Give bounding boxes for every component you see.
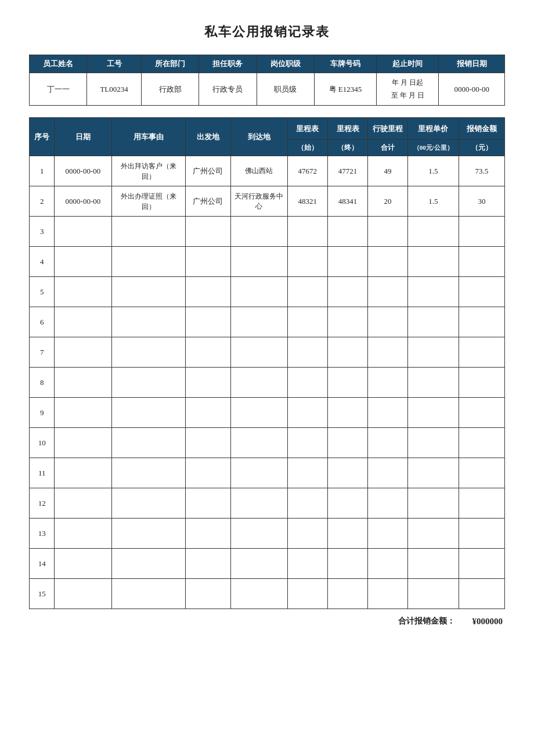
row-to: [230, 458, 287, 488]
table-row: 3: [30, 217, 505, 247]
row-odo-start: [287, 307, 327, 337]
row-distance: [368, 368, 408, 398]
row-odo-end: [327, 307, 367, 337]
row-unit-price: [407, 247, 459, 277]
info-department: 行政部: [141, 73, 199, 106]
row-distance: [368, 337, 408, 368]
rec-col-to: 到达地: [230, 118, 287, 156]
row-date: [55, 579, 111, 609]
row-odo-end: [327, 488, 367, 519]
rec-col-odo-end-top: 里程表: [327, 118, 367, 140]
row-distance: [368, 217, 408, 247]
page-title: 私车公用报销记录表: [29, 23, 505, 41]
row-distance: [368, 458, 408, 488]
info-job-title: 行政专员: [199, 73, 257, 106]
total-label: 合计报销金额：: [398, 616, 455, 627]
row-unit-price: [407, 458, 459, 488]
row-no: 5: [30, 277, 55, 307]
row-no: 2: [30, 186, 55, 217]
row-reason: [111, 428, 185, 458]
table-row: 10000-00-00外出拜访客户（来回）广州公司佛山西站47672477214…: [30, 156, 505, 186]
row-date: [55, 519, 111, 549]
rec-col-amount-top: 报销金额: [459, 118, 504, 140]
table-row: 8: [30, 368, 505, 398]
row-odo-end: [327, 549, 367, 579]
table-row: 20000-00-00外出办理证照（来回）广州公司天河行政服务中心4832148…: [30, 186, 505, 217]
row-unit-price: [407, 277, 459, 307]
rec-col-date: 日期: [55, 118, 111, 156]
row-reason: [111, 277, 185, 307]
rec-col-unit-bot: （00元/公里）: [407, 140, 459, 156]
row-no: 6: [30, 307, 55, 337]
row-amount: [459, 337, 504, 368]
row-from: [185, 398, 230, 428]
row-odo-start: [287, 277, 327, 307]
info-table: 员工姓名 工号 所在部门 担任职务 岗位职级 车牌号码 起止时间 报销日期 丁一…: [29, 55, 505, 106]
row-unit-price: [407, 368, 459, 398]
row-date: [55, 398, 111, 428]
row-to: 天河行政服务中心: [230, 186, 287, 217]
row-odo-end: [327, 337, 367, 368]
col-header-dept: 所在部门: [141, 55, 199, 73]
row-from: 广州公司: [185, 156, 230, 186]
row-to: [230, 277, 287, 307]
row-date: [55, 337, 111, 368]
row-date: [55, 428, 111, 458]
row-unit-price: [407, 337, 459, 368]
row-to: [230, 579, 287, 609]
row-odo-end: 48341: [327, 186, 367, 217]
row-amount: 73.5: [459, 156, 504, 186]
row-no: 7: [30, 337, 55, 368]
info-reimb-date: 0000-00-00: [439, 73, 505, 106]
row-date: [55, 549, 111, 579]
total-row: 合计报销金额： ¥000000: [29, 616, 505, 627]
row-from: [185, 247, 230, 277]
row-no: 15: [30, 579, 55, 609]
row-odo-end: [327, 368, 367, 398]
row-amount: 30: [459, 186, 504, 217]
table-row: 15: [30, 579, 505, 609]
row-to: [230, 307, 287, 337]
row-unit-price: 1.5: [407, 186, 459, 217]
row-odo-start: 47672: [287, 156, 327, 186]
table-row: 14: [30, 549, 505, 579]
row-to: 佛山西站: [230, 156, 287, 186]
row-distance: [368, 428, 408, 458]
row-odo-start: [287, 549, 327, 579]
row-odo-start: [287, 519, 327, 549]
row-distance: 49: [368, 156, 408, 186]
row-to: [230, 488, 287, 519]
row-from: [185, 337, 230, 368]
row-unit-price: [407, 398, 459, 428]
row-no: 10: [30, 428, 55, 458]
row-unit-price: 1.5: [407, 156, 459, 186]
row-distance: [368, 579, 408, 609]
row-date: [55, 458, 111, 488]
col-header-name: 员工姓名: [30, 55, 87, 73]
row-odo-end: 47721: [327, 156, 367, 186]
row-distance: [368, 307, 408, 337]
row-odo-end: [327, 458, 367, 488]
col-header-plate: 车牌号码: [314, 55, 376, 73]
row-date: [55, 277, 111, 307]
rec-col-odo-end-bot: （终）: [327, 140, 367, 156]
table-row: 6: [30, 307, 505, 337]
row-date: 0000-00-00: [55, 156, 111, 186]
row-from: [185, 428, 230, 458]
row-no: 9: [30, 398, 55, 428]
table-row: 11: [30, 458, 505, 488]
row-from: [185, 579, 230, 609]
row-unit-price: [407, 519, 459, 549]
row-reason: [111, 579, 185, 609]
row-no: 1: [30, 156, 55, 186]
info-period: 年 月 日起 至 年 月 日: [376, 73, 439, 106]
row-odo-start: [287, 217, 327, 247]
info-employee-id: TL00234: [87, 73, 141, 106]
row-distance: [368, 277, 408, 307]
row-odo-end: [327, 217, 367, 247]
info-name: 丁一一: [30, 73, 87, 106]
table-row: 10: [30, 428, 505, 458]
row-odo-start: [287, 247, 327, 277]
row-amount: [459, 428, 504, 458]
rec-col-dist-bot: 合计: [368, 140, 408, 156]
